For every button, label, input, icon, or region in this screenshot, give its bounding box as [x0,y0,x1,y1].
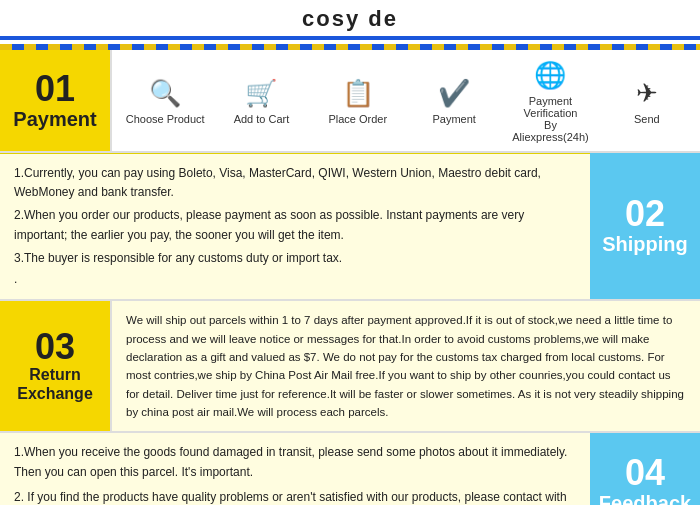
feedback-text-block: 1.When you receive the goods found damag… [0,433,590,505]
payment-text-line1: 1.Currently, you can pay using Boleto, V… [14,164,576,202]
payment-number: 01 [35,71,75,107]
icon-payment: ✔️ Payment [414,78,494,125]
header-title: cosy de [302,6,398,31]
feedback-title: Feedback [599,491,691,505]
feedback-label: 04 Feedback [590,433,700,505]
feedback-text-line2: 2. If you find the products have quality… [14,488,576,505]
order-icon: 📋 [342,78,374,109]
payment-text-line2: 2.When you order our products, please pa… [14,206,576,244]
return-number: 03 [35,329,75,365]
payment-label: 01 Payment [0,50,110,151]
shipping-text-block: We will ship out parcels within 1 to 7 d… [110,301,700,431]
shipping-label: 02 Shipping [590,153,700,299]
payment-icon: ✔️ [438,78,470,109]
payment-info-row: 1.Currently, you can pay using Boleto, V… [0,153,700,301]
return-title: ReturnExchange [17,365,93,403]
send-icon: ✈ [636,78,658,109]
payment-text-block: 1.Currently, you can pay using Boleto, V… [0,153,590,299]
return-label: 03 ReturnExchange [0,301,110,431]
verification-icon: 🌐 [534,60,566,91]
icon-place-order: 📋 Place Order [318,78,398,125]
icon-send: ✈ Send [607,78,687,125]
payment-title: Payment [13,107,96,131]
icon-choose-product: 🔍 Choose Product [125,78,205,125]
payment-text-line3: 3.The buyer is responsible for any custo… [14,249,576,268]
feedback-text-line1: 1.When you receive the goods found damag… [14,443,576,481]
icon-payment-verification: 🌐 Payment VerificationBy Aliexpress(24h) [510,60,590,143]
shipping-title: Shipping [602,232,688,256]
return-section: 03 ReturnExchange We will ship out parce… [0,301,700,433]
payment-icons-row: 🔍 Choose Product 🛒 Add to Cart 📋 Place O… [110,50,700,151]
shipping-number: 02 [625,196,665,232]
search-icon: 🔍 [149,78,181,109]
header: cosy de [0,0,700,40]
cart-icon: 🛒 [245,78,277,109]
payment-section: 01 Payment 🔍 Choose Product 🛒 Add to Car… [0,50,700,153]
icon-add-to-cart: 🛒 Add to Cart [221,78,301,125]
feedback-number: 04 [625,455,665,491]
feedback-section: 1.When you receive the goods found damag… [0,433,700,505]
